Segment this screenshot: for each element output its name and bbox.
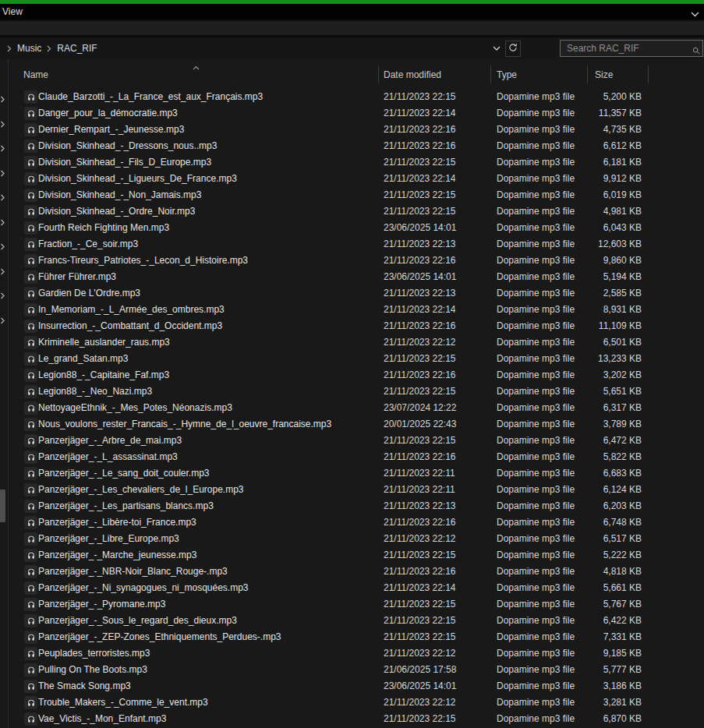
file-row[interactable]: Panzerjäger_-_Pyromane.mp3 21/11/2023 22… xyxy=(0,596,704,613)
file-row[interactable]: Panzerjäger_-_Marche_jeunesse.mp3 21/11/… xyxy=(0,547,704,564)
file-type: Dopamine mp3 file xyxy=(497,451,575,462)
chevron-right-icon[interactable] xyxy=(0,242,6,249)
file-row[interactable]: Division_Skinhead_-_Fils_D_Europe.mp3 21… xyxy=(0,154,704,171)
column-header-name[interactable]: Name xyxy=(23,65,48,84)
column-resize-handle[interactable] xyxy=(648,65,649,83)
headphones-icon xyxy=(24,401,37,415)
file-name: Peuplades_terroristes.mp3 xyxy=(38,648,373,659)
chevron-right-icon[interactable] xyxy=(0,143,6,150)
file-size: 4,981 KB xyxy=(587,206,642,217)
file-date-modified: 21/11/2023 22:15 xyxy=(384,435,456,446)
file-type: Dopamine mp3 file xyxy=(497,108,575,118)
headphones-icon xyxy=(24,532,37,546)
address-bar: Music RAC_RIF xyxy=(0,37,704,59)
headphones-icon xyxy=(24,172,37,186)
column-resize-handle[interactable] xyxy=(587,65,588,83)
chevron-right-icon[interactable] xyxy=(0,316,6,323)
nav-scrollbar-thumb[interactable] xyxy=(0,489,5,522)
file-row[interactable]: Panzerjäger_-_Libre_Europe.mp3 21/11/202… xyxy=(0,531,704,547)
file-row[interactable]: Le_grand_Satan.mp3 21/11/2023 22:15 Dopa… xyxy=(0,351,704,367)
chevron-right-icon[interactable] xyxy=(0,119,6,126)
file-row[interactable]: Nous_voulons_rester_Francais_-_Hymne_de_… xyxy=(0,416,704,433)
file-row[interactable]: Peuplades_terroristes.mp3 21/11/2023 22:… xyxy=(0,645,704,662)
file-type: Dopamine mp3 file xyxy=(497,566,575,577)
file-size: 4,735 KB xyxy=(587,124,642,135)
file-row[interactable]: Panzerjäger_-_Arbre_de_mai.mp3 21/11/202… xyxy=(0,433,704,449)
file-row[interactable]: Panzerjäger_-_NBR-Noir_Blanc_Rouge-.mp3 … xyxy=(0,564,704,580)
file-row[interactable]: Panzerjäger_-_Les_partisans_blancs.mp3 2… xyxy=(0,498,704,514)
file-row[interactable]: Francs-Tireurs_Patriotes_-_Lecon_d_Histo… xyxy=(0,253,704,269)
file-type: Dopamine mp3 file xyxy=(497,680,575,691)
file-size: 6,043 KB xyxy=(587,222,642,233)
file-row[interactable]: Claude_Barzotti_-_La_France_est_aux_Fran… xyxy=(0,89,704,105)
chevron-right-icon[interactable] xyxy=(0,193,6,200)
file-row[interactable]: Insurrection_-_Combattant_d_Occident.mp3… xyxy=(0,318,704,334)
file-date-modified: 21/11/2023 22:15 xyxy=(384,550,456,560)
file-row[interactable]: Division_Skinhead_-_Ligueurs_De_France.m… xyxy=(0,171,704,187)
file-row[interactable]: NettoyageEthnik_-_Mes_Potes_Néonazis.mp3… xyxy=(0,400,704,416)
menu-item-view[interactable]: View xyxy=(0,4,27,19)
file-date-modified: 21/11/2023 22:13 xyxy=(384,500,456,511)
file-date-modified: 21/11/2023 22:11 xyxy=(384,484,455,495)
file-row[interactable]: Fraction_-_Ce_soir.mp3 21/11/2023 22:13 … xyxy=(0,236,704,253)
chevron-right-icon[interactable] xyxy=(0,217,6,224)
file-row[interactable]: Division_Skinhead_-_Dressons_nous..mp3 2… xyxy=(0,138,704,154)
chevron-right-icon[interactable] xyxy=(0,267,6,274)
file-row[interactable]: Division_Skinhead_-_Non_Jamais.mp3 21/11… xyxy=(0,187,704,203)
file-size: 6,124 KB xyxy=(587,484,642,495)
file-row[interactable]: Legion88_-_Neo_Nazi.mp3 21/11/2023 22:15… xyxy=(0,383,704,400)
breadcrumb-item-music[interactable]: Music xyxy=(17,43,41,54)
column-header-size[interactable]: Size xyxy=(595,65,613,84)
file-row[interactable]: Führer Führer.mp3 23/06/2025 14:01 Dopam… xyxy=(0,269,704,285)
file-row[interactable]: The Smack Song.mp3 23/06/2025 14:01 Dopa… xyxy=(0,678,704,694)
pane-divider[interactable] xyxy=(8,59,9,728)
file-row[interactable]: Panzerjäger_-_Ni_synagogues_ni_mosquées.… xyxy=(0,580,704,596)
file-row[interactable]: Panzerjäger_-_Les_chevaliers_de_l_Europe… xyxy=(0,482,704,498)
file-row[interactable]: Legion88_-_Capitaine_Faf.mp3 21/11/2023 … xyxy=(0,367,704,383)
chevron-right-icon[interactable] xyxy=(0,94,6,101)
file-type: Dopamine mp3 file xyxy=(497,664,575,675)
column-resize-handle[interactable] xyxy=(378,65,379,83)
column-header-date-modified[interactable]: Date modified xyxy=(384,65,441,84)
file-date-modified: 21/11/2023 22:15 xyxy=(384,189,456,200)
chevron-right-icon xyxy=(47,45,51,52)
headphones-icon xyxy=(24,254,37,267)
file-date-modified: 21/11/2023 22:16 xyxy=(384,140,456,151)
chevron-down-icon[interactable] xyxy=(493,43,501,54)
file-row[interactable]: Panzerjäger_-_L_assassinat.mp3 21/11/202… xyxy=(0,449,704,465)
file-row[interactable]: Panzerjäger_-_Sous_le_regard_des_dieux.m… xyxy=(0,613,704,629)
file-row[interactable]: Panzerjäger_-_ZEP-Zones_Ethniquements_Pe… xyxy=(0,629,704,645)
file-list: Claude_Barzotti_-_La_France_est_aux_Fran… xyxy=(0,89,704,727)
file-row[interactable]: Panzerjäger_-_Libère-toi_France.mp3 21/1… xyxy=(0,514,704,531)
file-row[interactable]: Division_Skinhead_-_Ordre_Noir.mp3 21/11… xyxy=(0,203,704,220)
chevron-right-icon[interactable] xyxy=(0,291,6,298)
breadcrumb-item-rac-rif[interactable]: RAC_RIF xyxy=(57,43,97,54)
column-resize-handle[interactable] xyxy=(490,65,491,83)
file-row[interactable]: Trouble_Makers_-_Comme_le_vent.mp3 21/11… xyxy=(0,694,704,711)
file-row[interactable]: Panzerjäger_-_Le_sang_doit_couler.mp3 21… xyxy=(0,465,704,482)
file-row[interactable]: Dernier_Rempart_-_Jeunesse.mp3 21/11/202… xyxy=(0,122,704,138)
chevron-right-icon[interactable] xyxy=(0,168,6,175)
chevron-down-icon[interactable] xyxy=(691,9,699,19)
file-row[interactable]: Vae_Victis_-_Mon_Enfant.mp3 21/11/2023 2… xyxy=(0,711,704,727)
headphones-icon xyxy=(24,107,37,120)
file-row[interactable]: In_Memoriam_-_L_Armée_des_ombres.mp3 21/… xyxy=(0,302,704,318)
refresh-button[interactable] xyxy=(505,41,521,57)
file-name: Division_Skinhead_-_Ligueurs_De_France.m… xyxy=(38,173,373,184)
file-row[interactable]: Gardien De L'Ordre.mp3 21/11/2023 22:13 … xyxy=(0,285,704,302)
file-type: Dopamine mp3 file xyxy=(497,468,575,479)
file-name: Nous_voulons_rester_Francais_-_Hymne_de_… xyxy=(38,419,373,429)
file-date-modified: 21/11/2023 22:11 xyxy=(384,468,455,479)
file-date-modified: 23/07/2024 12:22 xyxy=(384,402,456,413)
column-header-type[interactable]: Type xyxy=(497,65,517,84)
file-date-modified: 21/11/2023 22:15 xyxy=(384,615,456,626)
file-row[interactable]: Pulling On The Boots.mp3 21/06/2025 17:5… xyxy=(0,662,704,678)
file-date-modified: 21/11/2023 22:15 xyxy=(384,206,456,217)
search-input[interactable] xyxy=(561,43,692,54)
headphones-icon xyxy=(24,418,37,431)
file-row[interactable]: Danger_pour_la_démocratie.mp3 21/11/2023… xyxy=(0,105,704,122)
file-size: 6,748 KB xyxy=(587,517,642,528)
file-row[interactable]: Fourth Reich Fighting Men.mp3 23/06/2025… xyxy=(0,220,704,236)
file-size: 6,517 KB xyxy=(587,533,642,544)
file-row[interactable]: Kriminelle_auslander_raus.mp3 21/11/2023… xyxy=(0,334,704,351)
